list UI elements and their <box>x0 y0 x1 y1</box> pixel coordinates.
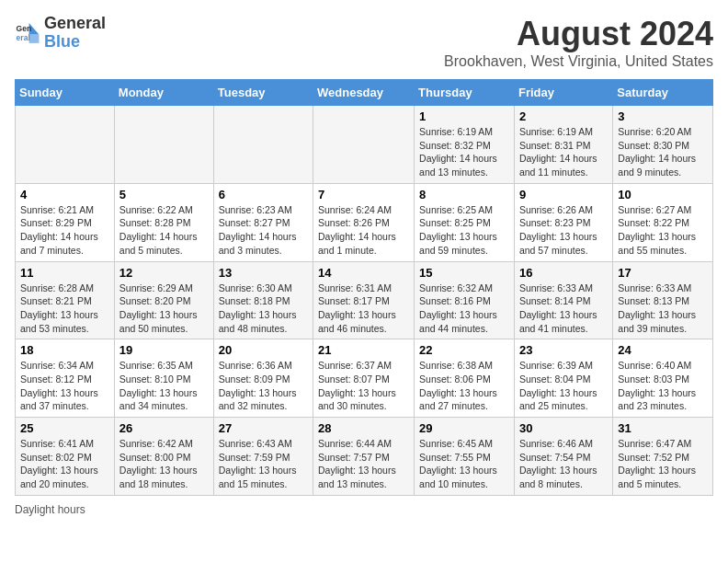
day-info: Sunrise: 6:27 AM Sunset: 8:22 PM Dayligh… <box>618 203 708 258</box>
day-info: Sunrise: 6:35 AM Sunset: 8:10 PM Dayligh… <box>119 359 209 413</box>
calendar-cell: 16Sunrise: 6:33 AM Sunset: 8:14 PM Dayli… <box>514 261 612 339</box>
calendar-cell: 29Sunrise: 6:45 AM Sunset: 7:55 PM Dayli… <box>415 418 515 496</box>
calendar-cell: 11Sunrise: 6:28 AM Sunset: 8:21 PM Dayli… <box>16 261 115 339</box>
calendar-body: 1Sunrise: 6:19 AM Sunset: 8:32 PM Daylig… <box>16 106 713 496</box>
calendar-week-row: 18Sunrise: 6:34 AM Sunset: 8:12 PM Dayli… <box>16 339 713 418</box>
day-number: 28 <box>318 421 409 435</box>
day-info: Sunrise: 6:42 AM Sunset: 8:00 PM Dayligh… <box>119 437 209 491</box>
calendar-week-row: 11Sunrise: 6:28 AM Sunset: 8:21 PM Dayli… <box>16 261 713 339</box>
day-info: Sunrise: 6:33 AM Sunset: 8:13 PM Dayligh… <box>618 282 708 336</box>
calendar-cell: 3Sunrise: 6:20 AM Sunset: 8:30 PM Daylig… <box>613 106 713 184</box>
calendar-cell: 6Sunrise: 6:23 AM Sunset: 8:27 PM Daylig… <box>213 183 313 261</box>
day-number: 6 <box>219 188 308 201</box>
calendar-cell: 12Sunrise: 6:29 AM Sunset: 8:20 PM Dayli… <box>114 261 213 339</box>
svg-text:eral: eral <box>17 33 30 42</box>
day-info: Sunrise: 6:41 AM Sunset: 8:02 PM Dayligh… <box>20 437 109 491</box>
day-info: Sunrise: 6:33 AM Sunset: 8:14 PM Dayligh… <box>519 282 608 336</box>
day-info: Sunrise: 6:21 AM Sunset: 8:29 PM Dayligh… <box>20 203 109 258</box>
day-info: Sunrise: 6:29 AM Sunset: 8:20 PM Dayligh… <box>119 282 209 336</box>
day-number: 12 <box>119 266 209 280</box>
calendar-cell: 9Sunrise: 6:26 AM Sunset: 8:23 PM Daylig… <box>514 183 612 261</box>
day-number: 29 <box>419 421 509 435</box>
day-info: Sunrise: 6:22 AM Sunset: 8:28 PM Dayligh… <box>119 203 209 258</box>
day-number: 24 <box>618 343 708 357</box>
title-block: August 2024 Brookhaven, West Virginia, U… <box>444 15 713 70</box>
calendar-cell: 24Sunrise: 6:40 AM Sunset: 8:03 PM Dayli… <box>613 339 713 418</box>
day-number: 27 <box>219 421 308 435</box>
calendar-cell: 2Sunrise: 6:19 AM Sunset: 8:31 PM Daylig… <box>514 106 612 184</box>
day-info: Sunrise: 6:26 AM Sunset: 8:23 PM Dayligh… <box>519 203 608 258</box>
calendar-cell: 15Sunrise: 6:32 AM Sunset: 8:16 PM Dayli… <box>415 261 515 339</box>
day-number: 23 <box>519 343 608 357</box>
calendar-cell: 13Sunrise: 6:30 AM Sunset: 8:18 PM Dayli… <box>213 261 313 339</box>
logo: Gen eral General Blue <box>15 15 106 52</box>
day-number: 20 <box>219 343 308 357</box>
day-info: Sunrise: 6:23 AM Sunset: 8:27 PM Dayligh… <box>219 203 308 258</box>
day-number: 21 <box>318 343 409 357</box>
calendar-cell: 17Sunrise: 6:33 AM Sunset: 8:13 PM Dayli… <box>613 261 713 339</box>
calendar-cell: 1Sunrise: 6:19 AM Sunset: 8:32 PM Daylig… <box>415 106 515 184</box>
calendar-cell: 21Sunrise: 6:37 AM Sunset: 8:07 PM Dayli… <box>313 339 415 418</box>
calendar-cell: 25Sunrise: 6:41 AM Sunset: 8:02 PM Dayli… <box>16 418 115 496</box>
calendar-cell: 22Sunrise: 6:38 AM Sunset: 8:06 PM Dayli… <box>415 339 515 418</box>
calendar-cell: 5Sunrise: 6:22 AM Sunset: 8:28 PM Daylig… <box>114 183 213 261</box>
day-number: 14 <box>318 266 409 280</box>
calendar-week-row: 1Sunrise: 6:19 AM Sunset: 8:32 PM Daylig… <box>16 106 713 184</box>
day-info: Sunrise: 6:19 AM Sunset: 8:32 PM Dayligh… <box>419 125 509 179</box>
day-info: Sunrise: 6:38 AM Sunset: 8:06 PM Dayligh… <box>419 359 509 413</box>
day-number: 2 <box>519 109 608 123</box>
day-number: 15 <box>419 266 509 280</box>
calendar-cell: 30Sunrise: 6:46 AM Sunset: 7:54 PM Dayli… <box>514 418 612 496</box>
day-number: 8 <box>419 188 509 201</box>
day-info: Sunrise: 6:25 AM Sunset: 8:25 PM Dayligh… <box>419 203 509 258</box>
day-number: 3 <box>618 109 708 123</box>
day-info: Sunrise: 6:31 AM Sunset: 8:17 PM Dayligh… <box>318 282 409 336</box>
calendar-cell: 20Sunrise: 6:36 AM Sunset: 8:09 PM Dayli… <box>213 339 313 418</box>
calendar-cell <box>16 106 115 184</box>
day-number: 18 <box>20 343 109 357</box>
day-number: 7 <box>318 188 409 201</box>
calendar-cell: 19Sunrise: 6:35 AM Sunset: 8:10 PM Dayli… <box>114 339 213 418</box>
day-info: Sunrise: 6:24 AM Sunset: 8:26 PM Dayligh… <box>318 203 409 258</box>
day-info: Sunrise: 6:37 AM Sunset: 8:07 PM Dayligh… <box>318 359 409 413</box>
day-number: 10 <box>618 188 708 201</box>
day-number: 22 <box>419 343 509 357</box>
svg-text:Gen: Gen <box>17 24 32 33</box>
day-info: Sunrise: 6:34 AM Sunset: 8:12 PM Dayligh… <box>20 359 109 413</box>
day-number: 19 <box>119 343 209 357</box>
calendar-cell: 4Sunrise: 6:21 AM Sunset: 8:29 PM Daylig… <box>16 183 115 261</box>
calendar-cell: 8Sunrise: 6:25 AM Sunset: 8:25 PM Daylig… <box>415 183 515 261</box>
day-number: 16 <box>519 266 608 280</box>
day-info: Sunrise: 6:28 AM Sunset: 8:21 PM Dayligh… <box>20 282 109 336</box>
day-info: Sunrise: 6:46 AM Sunset: 7:54 PM Dayligh… <box>519 437 608 491</box>
calendar-cell <box>213 106 313 184</box>
calendar-day-header: Tuesday <box>213 80 313 106</box>
day-number: 5 <box>119 188 209 201</box>
subtitle: Brookhaven, West Virginia, United States <box>444 53 713 70</box>
day-info: Sunrise: 6:30 AM Sunset: 8:18 PM Dayligh… <box>219 282 308 336</box>
calendar-week-row: 4Sunrise: 6:21 AM Sunset: 8:29 PM Daylig… <box>16 183 713 261</box>
main-title: August 2024 <box>444 15 713 53</box>
logo-text: General Blue <box>44 15 106 52</box>
day-info: Sunrise: 6:47 AM Sunset: 7:52 PM Dayligh… <box>618 437 708 491</box>
day-info: Sunrise: 6:32 AM Sunset: 8:16 PM Dayligh… <box>419 282 509 336</box>
logo-icon: Gen eral <box>15 20 40 46</box>
day-number: 17 <box>618 266 708 280</box>
calendar-day-header: Sunday <box>16 80 115 106</box>
calendar-day-header: Friday <box>514 80 612 106</box>
calendar-cell <box>313 106 415 184</box>
calendar-cell: 18Sunrise: 6:34 AM Sunset: 8:12 PM Dayli… <box>16 339 115 418</box>
day-number: 13 <box>219 266 308 280</box>
day-info: Sunrise: 6:44 AM Sunset: 7:57 PM Dayligh… <box>318 437 409 491</box>
day-number: 4 <box>20 188 109 201</box>
page-header: Gen eral General Blue August 2024 Brookh… <box>15 15 713 70</box>
day-number: 30 <box>519 421 608 435</box>
day-info: Sunrise: 6:36 AM Sunset: 8:09 PM Dayligh… <box>219 359 308 413</box>
day-info: Sunrise: 6:45 AM Sunset: 7:55 PM Dayligh… <box>419 437 509 491</box>
calendar-cell <box>114 106 213 184</box>
calendar-day-header: Saturday <box>613 80 713 106</box>
footer-note: Daylight hours <box>15 503 713 516</box>
calendar-cell: 10Sunrise: 6:27 AM Sunset: 8:22 PM Dayli… <box>613 183 713 261</box>
calendar-cell: 28Sunrise: 6:44 AM Sunset: 7:57 PM Dayli… <box>313 418 415 496</box>
calendar-week-row: 25Sunrise: 6:41 AM Sunset: 8:02 PM Dayli… <box>16 418 713 496</box>
